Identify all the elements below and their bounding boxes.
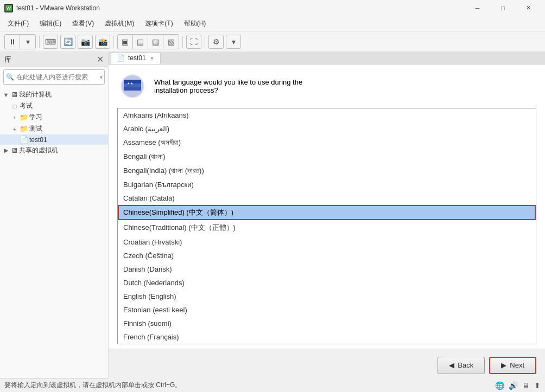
- language-item[interactable]: Czech (Čeština): [118, 249, 536, 262]
- sidebar-item-mycomputer[interactable]: ▼ 🖥 我的计算机: [0, 89, 108, 100]
- power-controls: ⏸ ▾: [4, 34, 36, 49]
- window-title: test01 - VMware Workstation: [16, 4, 465, 12]
- installer-header: ★ ★ What language would you like to use …: [109, 65, 545, 108]
- sidebar-item-kaoshi[interactable]: □ 考试: [0, 100, 108, 112]
- usb-icon: ⬆: [534, 381, 541, 390]
- next-label: Next: [510, 361, 524, 369]
- sidebar-item-shared[interactable]: ▶ 🖥 共享的虚拟机: [0, 145, 108, 156]
- search-icon: 🔍: [6, 73, 14, 81]
- back-label: Back: [458, 361, 473, 369]
- sidebar-header: 库 ✕: [0, 52, 108, 67]
- menu-edit[interactable]: 编辑(E): [34, 17, 67, 30]
- dropdown2-button[interactable]: ▾: [226, 35, 241, 49]
- language-item[interactable]: Bengali(India) (বাংলা (ভারত)): [118, 164, 536, 178]
- language-item[interactable]: Finnish (suomi): [118, 317, 536, 330]
- language-item[interactable]: English (English): [118, 290, 536, 303]
- sep2: [113, 36, 114, 48]
- bottom-bar: ◀ Back ▶ Next: [109, 349, 545, 381]
- view1-button[interactable]: ▣: [118, 35, 133, 49]
- expand-icon: +: [11, 126, 18, 132]
- tab-bar: 📄 test01 ×: [109, 52, 545, 65]
- display-icon: 🖥: [522, 381, 530, 390]
- view3-button[interactable]: ▦: [148, 35, 163, 49]
- expand-icon: +: [11, 114, 18, 121]
- status-right: 🌐 🔊 🖥 ⬆: [495, 381, 541, 390]
- menu-view[interactable]: 查看(V): [67, 17, 99, 30]
- sidebar-search-box[interactable]: 🔍 ▾: [3, 69, 105, 85]
- sidebar-item-label: 我的计算机: [19, 90, 106, 99]
- content-area: 📄 test01 × ★ ★: [109, 52, 545, 378]
- sidebar-close-button[interactable]: ✕: [97, 55, 104, 64]
- language-list-container: Afrikaans (Afrikaans)Arabic (العربية)Ass…: [117, 108, 536, 344]
- language-item[interactable]: French (Français): [118, 330, 536, 344]
- language-item[interactable]: Estonian (eesti keel): [118, 303, 536, 317]
- sidebar-tree: ▼ 🖥 我的计算机 □ 考试 + 📁 学习 + 📁 测试: [0, 87, 108, 378]
- snapshot2-button[interactable]: 📷: [78, 35, 93, 49]
- toolbar: ⏸ ▾ ⌨ 🔄 📷 📸 ▣ ▤ ▦ ▧ ⛶ ⚙ ▾: [0, 31, 545, 52]
- app-icon: W: [4, 4, 13, 12]
- language-item[interactable]: Assamese (অসমীয়া): [118, 136, 536, 150]
- window-controls: ─ □ ✕: [465, 2, 541, 14]
- sidebar-item-ceshi[interactable]: + 📁 测试: [0, 123, 108, 134]
- expand-icon: ▼: [2, 92, 10, 98]
- menubar: 文件(F) 编辑(E) 查看(V) 虚拟机(M) 选项卡(T) 帮助(H): [0, 16, 545, 31]
- view4-button[interactable]: ▧: [163, 35, 179, 49]
- maximize-button[interactable]: □: [491, 2, 515, 14]
- search-dropdown-icon[interactable]: ▾: [100, 74, 103, 80]
- folder-icon: 📁: [20, 113, 28, 121]
- language-list[interactable]: Afrikaans (Afrikaans)Arabic (العربية)Ass…: [118, 108, 536, 344]
- svg-text:★: ★: [130, 82, 133, 85]
- language-item[interactable]: Catalan (Català): [118, 191, 536, 205]
- next-button[interactable]: ▶ Next: [489, 357, 536, 374]
- snapshot3-button[interactable]: 📸: [95, 35, 110, 49]
- language-item[interactable]: Chinese(Simplified) (中文（简体）): [118, 205, 536, 220]
- menu-vm[interactable]: 虚拟机(M): [99, 17, 140, 30]
- svg-text:W: W: [7, 5, 11, 11]
- sidebar-item-test01[interactable]: 📄 test01: [0, 134, 108, 145]
- svg-rect-7: [124, 87, 141, 91]
- fullscreen-button[interactable]: ⛶: [186, 35, 201, 49]
- minimize-button[interactable]: ─: [465, 2, 490, 14]
- sidebar-item-xuexi[interactable]: + 📁 学习: [0, 112, 108, 123]
- view2-button[interactable]: ▤: [133, 35, 148, 49]
- language-item[interactable]: Dutch (Nederlands): [118, 276, 536, 290]
- snapshot-button[interactable]: 🔄: [60, 35, 75, 49]
- sidebar-item-label: 共享的虚拟机: [19, 146, 106, 155]
- svg-text:★: ★: [127, 82, 130, 85]
- sep1: [39, 36, 40, 48]
- close-button[interactable]: ✕: [516, 2, 541, 14]
- view-controls: ▣ ▤ ▦ ▧: [117, 34, 179, 49]
- settings-button[interactable]: ⚙: [208, 35, 224, 49]
- next-arrow-icon: ▶: [501, 361, 506, 369]
- language-item[interactable]: Croatian (Hrvatski): [118, 235, 536, 249]
- sep4: [205, 36, 205, 48]
- installer-question: What language would you like to use duri…: [154, 78, 302, 94]
- installer-panel: ★ ★ What language would you like to use …: [109, 65, 545, 381]
- expand-icon: ▶: [2, 147, 10, 154]
- language-item[interactable]: Chinese(Traditional) (中文（正體）): [118, 220, 536, 235]
- tab-close-button[interactable]: ×: [149, 55, 155, 61]
- network-icon: 🌐: [495, 381, 504, 390]
- tab-test01[interactable]: 📄 test01 ×: [111, 52, 161, 64]
- menu-tab[interactable]: 选项卡(T): [140, 17, 178, 30]
- send-ctrlaltdel-button[interactable]: ⌨: [43, 35, 58, 49]
- language-item[interactable]: Afrikaans (Afrikaans): [118, 108, 536, 122]
- question-line1: What language would you like to use duri…: [154, 78, 302, 86]
- language-item[interactable]: Arabic (العربية): [118, 122, 536, 136]
- dropdown-button[interactable]: ▾: [20, 35, 35, 49]
- tab-icon: 📄: [117, 54, 125, 62]
- question-line2: installation process?: [154, 86, 218, 94]
- language-item[interactable]: Bulgarian (Български): [118, 178, 536, 191]
- language-item[interactable]: Danish (Dansk): [118, 262, 536, 276]
- search-input[interactable]: [16, 73, 98, 81]
- main-layout: 库 ✕ 🔍 ▾ ▼ 🖥 我的计算机 □ 考试 + 📁 学: [0, 52, 545, 378]
- menu-file[interactable]: 文件(F): [2, 17, 34, 30]
- computer-icon: 🖥: [11, 91, 18, 99]
- pause-button[interactable]: ⏸: [5, 35, 20, 49]
- menu-help[interactable]: 帮助(H): [179, 17, 212, 30]
- back-button[interactable]: ◀ Back: [438, 357, 485, 374]
- back-arrow-icon: ◀: [449, 361, 454, 369]
- language-item[interactable]: Bengali (বাংলা): [118, 150, 536, 164]
- titlebar: W test01 - VMware Workstation ─ □ ✕: [0, 0, 545, 16]
- vm-icon: 📄: [20, 136, 28, 144]
